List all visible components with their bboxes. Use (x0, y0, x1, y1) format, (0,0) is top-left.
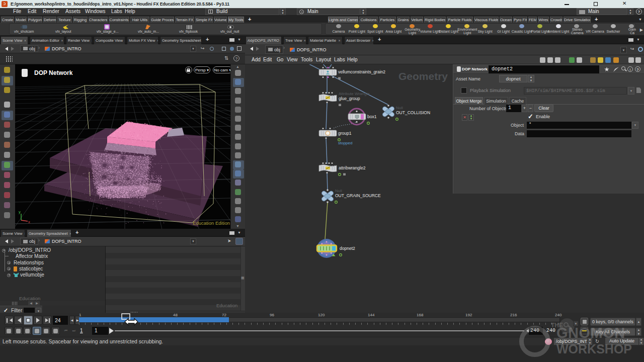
svg-text:attribwrangle2: attribwrangle2 (339, 165, 366, 170)
svg-text:OUT_COLLISION: OUT_COLLISION (396, 110, 430, 115)
svg-text:Null: Null (335, 189, 342, 193)
svg-text:OUT_GRAIN_SOURCE: OUT_GRAIN_SOURCE (335, 193, 381, 198)
svg-text:box1: box1 (367, 114, 377, 119)
svg-text:y: y (19, 210, 21, 214)
svg-text:Null: Null (396, 106, 403, 110)
svg-text:x: x (28, 220, 30, 224)
svg-text:Education Edition: Education Edition (193, 220, 230, 226)
svg-text:Attribute Wrangle: Attribute Wrangle (339, 92, 370, 96)
svg-text:dopnet2: dopnet2 (340, 246, 355, 251)
svg-text:group1: group1 (338, 131, 352, 136)
svg-text:glue_group: glue_group (339, 96, 360, 101)
svg-text:Geometry: Geometry (398, 70, 448, 82)
svg-text:vellumconstraints_grain2: vellumconstraints_grain2 (338, 69, 385, 74)
svg-text:stopped: stopped (338, 141, 352, 145)
